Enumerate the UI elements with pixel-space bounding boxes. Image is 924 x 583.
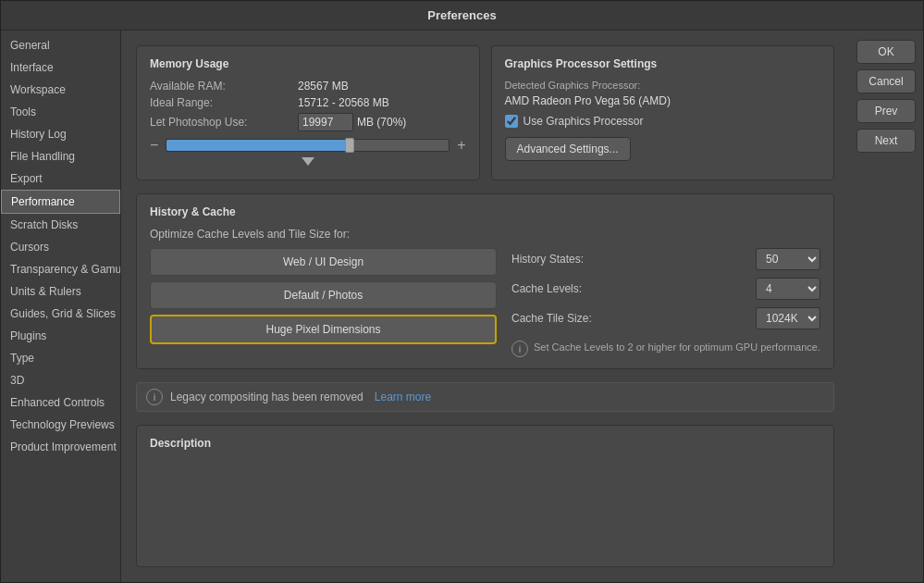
cache-levels-row: Cache Levels: 4 2 6 8 — [511, 278, 820, 300]
available-ram-value: 28567 MB — [298, 80, 349, 93]
sidebar-item-interface[interactable]: Interface — [1, 56, 120, 79]
dialog-body: General Interface Workspace Tools Histor… — [1, 31, 923, 582]
available-ram-label: Available RAM: — [150, 80, 298, 93]
let-photoshop-label: Let Photoshop Use: — [150, 116, 298, 129]
sidebar-item-type[interactable]: Type — [1, 347, 120, 369]
memory-slider-row: − + — [150, 137, 466, 154]
slider-minus-icon[interactable]: − — [150, 137, 158, 154]
history-states-row: History States: 50 20 100 — [511, 248, 820, 270]
optimize-label: Optimize Cache Levels and Tile Size for: — [150, 228, 820, 241]
memory-slider-fill — [166, 140, 350, 151]
memory-section: Memory Usage Available RAM: 28567 MB Ide… — [136, 45, 480, 180]
description-section: Description — [136, 425, 834, 567]
cache-tile-label: Cache Tile Size: — [511, 312, 592, 325]
gpu-performance-info: i Set Cache Levels to 2 or higher for op… — [511, 341, 820, 357]
sidebar-item-3d[interactable]: 3D — [1, 369, 120, 391]
memory-title: Memory Usage — [150, 57, 466, 70]
sidebar-item-scratch-disks[interactable]: Scratch Disks — [1, 214, 120, 236]
history-cache-body: Web / UI Design Default / Photos Huge Pi… — [150, 248, 820, 357]
use-gpu-row: Use Graphics Processor — [505, 115, 821, 128]
advanced-settings-button[interactable]: Advanced Settings... — [505, 137, 631, 161]
cache-tile-row: Cache Tile Size: 1024K 512K 256K 128K — [511, 307, 820, 329]
ideal-range-row: Ideal Range: 15712 - 20568 MB — [150, 96, 466, 109]
sidebar-item-performance[interactable]: Performance — [1, 190, 120, 214]
huge-pixel-dimensions-button[interactable]: Huge Pixel Dimensions — [150, 315, 497, 344]
history-cache-section: History & Cache Optimize Cache Levels an… — [136, 193, 834, 369]
gpu-section: Graphics Processor Settings Detected Gra… — [491, 45, 835, 180]
sidebar-item-tools[interactable]: Tools — [1, 101, 120, 123]
history-cache-title: History & Cache — [150, 205, 820, 218]
ok-button[interactable]: OK — [856, 40, 916, 64]
main-content: Memory Usage Available RAM: 28567 MB Ide… — [121, 31, 849, 582]
cache-levels-select[interactable]: 4 2 6 8 — [756, 278, 820, 300]
sidebar-item-cursors[interactable]: Cursors — [1, 236, 120, 258]
sidebar-item-guides-grid-slices[interactable]: Guides, Grid & Slices — [1, 303, 120, 325]
slider-indicator-triangle — [302, 157, 314, 166]
gpu-name: AMD Radeon Pro Vega 56 (AMD) — [505, 94, 821, 107]
let-photoshop-unit: MB (70%) — [357, 116, 406, 129]
detected-gpu-label: Detected Graphics Processor: — [505, 80, 821, 91]
sidebar-item-technology-previews[interactable]: Technology Previews — [1, 414, 120, 436]
web-ui-design-button[interactable]: Web / UI Design — [150, 248, 497, 276]
sidebar: General Interface Workspace Tools Histor… — [1, 31, 121, 582]
let-photoshop-input[interactable] — [298, 113, 353, 131]
sidebar-item-general[interactable]: General — [1, 34, 120, 56]
available-ram-row: Available RAM: 28567 MB — [150, 80, 466, 93]
sidebar-item-export[interactable]: Export — [1, 167, 120, 190]
sidebar-item-transparency-gamut[interactable]: Transparency & Gamut — [1, 258, 120, 280]
legacy-notice: i Legacy compositing has been removed Le… — [136, 382, 834, 412]
sidebar-item-workspace[interactable]: Workspace — [1, 79, 120, 101]
top-row: Memory Usage Available RAM: 28567 MB Ide… — [136, 45, 834, 180]
use-gpu-checkbox[interactable] — [505, 115, 518, 128]
use-gpu-label: Use Graphics Processor — [524, 115, 644, 128]
sidebar-item-units-rulers[interactable]: Units & Rulers — [1, 280, 120, 303]
info-text: Set Cache Levels to 2 or higher for opti… — [534, 341, 820, 354]
next-button[interactable]: Next — [856, 129, 916, 153]
memory-slider-thumb[interactable] — [345, 138, 354, 153]
learn-more-link[interactable]: Learn more — [375, 391, 431, 403]
prev-button[interactable]: Prev — [856, 99, 916, 123]
description-body — [150, 459, 820, 515]
default-photos-button[interactable]: Default / Photos — [150, 281, 497, 309]
dialog-title-bar: Preferences — [1, 1, 923, 31]
cache-levels-label: Cache Levels: — [511, 282, 582, 295]
cancel-button[interactable]: Cancel — [856, 69, 916, 93]
history-states-label: History States: — [511, 253, 584, 266]
sidebar-item-enhanced-controls[interactable]: Enhanced Controls — [1, 391, 120, 414]
slider-plus-icon[interactable]: + — [457, 137, 465, 154]
sidebar-item-product-improvement[interactable]: Product Improvement — [1, 436, 120, 458]
sidebar-item-file-handling[interactable]: File Handling — [1, 145, 120, 167]
ideal-range-label: Ideal Range: — [150, 96, 298, 109]
memory-slider-track[interactable] — [166, 139, 450, 152]
sidebar-item-plugins[interactable]: Plugins — [1, 325, 120, 347]
gpu-title: Graphics Processor Settings — [505, 57, 821, 70]
description-title: Description — [150, 437, 820, 450]
dialog-actions: OK Cancel Prev Next — [849, 31, 923, 582]
cache-tile-select[interactable]: 1024K 512K 256K 128K — [756, 307, 820, 329]
cache-settings-right: History States: 50 20 100 Cache Levels: … — [511, 248, 820, 357]
ideal-range-value: 15712 - 20568 MB — [298, 96, 389, 109]
legacy-info-icon: i — [146, 389, 163, 405]
cache-buttons: Web / UI Design Default / Photos Huge Pi… — [150, 248, 497, 357]
dialog-title: Preferences — [427, 8, 496, 22]
legacy-text: Legacy compositing has been removed — [170, 391, 363, 403]
history-states-select[interactable]: 50 20 100 — [756, 248, 820, 270]
info-icon: i — [511, 341, 528, 357]
let-photoshop-row: Let Photoshop Use: MB (70%) — [150, 113, 466, 131]
preferences-dialog: Preferences General Interface Workspace … — [0, 0, 924, 583]
sidebar-item-history-log[interactable]: History Log — [1, 123, 120, 145]
